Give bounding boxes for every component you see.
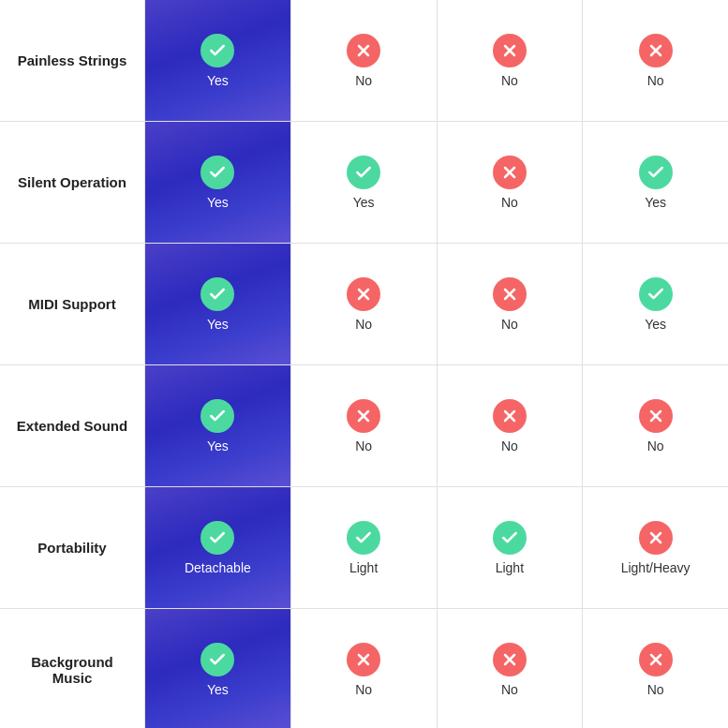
cell-label: No <box>501 317 518 332</box>
value-cell: No <box>438 609 584 728</box>
value-cell: Light/Heavy <box>583 487 728 608</box>
check-icon: Yes <box>639 156 673 210</box>
value-cell: No <box>291 244 438 364</box>
cell-label: No <box>501 73 518 88</box>
cross-icon: No <box>347 643 380 697</box>
feature-label: Silent Operation <box>0 122 145 243</box>
value-cell: Light <box>291 487 438 608</box>
cell-label: No <box>647 682 664 697</box>
value-cell: Light <box>438 487 584 608</box>
check-icon: Yes <box>201 34 234 88</box>
cell-label: No <box>355 73 372 88</box>
cross-icon: No <box>639 34 673 88</box>
value-cell: No <box>291 365 438 486</box>
check-icon: Light <box>493 521 527 575</box>
value-cell: Yes <box>145 0 291 121</box>
table-row: PortabilityDetachableLightLightLight/Hea… <box>0 487 728 609</box>
cross-icon: No <box>493 277 527 332</box>
feature-label: Painless Strings <box>0 0 145 121</box>
value-cell: Yes <box>145 244 291 364</box>
value-cell: Yes <box>145 609 291 728</box>
cell-label: Light/Heavy <box>621 560 691 575</box>
check-icon: Yes <box>639 277 673 332</box>
value-cell: No <box>583 365 728 486</box>
feature-label: Portability <box>0 487 145 608</box>
value-cell: No <box>438 244 584 364</box>
cross-icon: No <box>639 643 673 697</box>
value-cell: No <box>438 0 584 121</box>
cross-icon: Light/Heavy <box>621 521 691 575</box>
cell-label: Detachable <box>185 560 251 575</box>
table-row: Extended SoundYesNoNoNo <box>0 365 728 487</box>
cross-icon: No <box>347 399 380 453</box>
value-cell: Detachable <box>145 487 291 608</box>
cell-label: Light <box>496 560 524 575</box>
feature-label: Extended Sound <box>0 365 145 486</box>
table-row: Background MusicYesNoNoNo <box>0 609 728 728</box>
value-cell: No <box>291 609 438 728</box>
check-icon: Detachable <box>185 521 251 575</box>
feature-label: Background Music <box>0 609 145 728</box>
cell-label: Yes <box>207 438 229 453</box>
value-cell: Yes <box>145 365 291 486</box>
cell-label: Light <box>349 560 378 575</box>
value-cell: Yes <box>583 122 728 243</box>
cell-label: Yes <box>207 317 229 332</box>
cell-label: No <box>355 682 372 697</box>
value-cell: No <box>438 365 584 486</box>
feature-label: MIDI Support <box>0 244 145 364</box>
value-cell: Yes <box>291 122 438 243</box>
cell-label: No <box>355 317 372 332</box>
cell-label: No <box>501 438 518 453</box>
cross-icon: No <box>493 643 527 697</box>
value-cell: No <box>438 122 584 243</box>
cross-icon: No <box>347 277 380 332</box>
comparison-table: Painless StringsYesNoNoNoSilent Operatio… <box>0 0 728 728</box>
check-icon: Yes <box>201 643 234 697</box>
value-cell: No <box>583 0 728 121</box>
cross-icon: No <box>347 34 380 88</box>
cross-icon: No <box>493 34 527 88</box>
check-icon: Yes <box>347 156 380 210</box>
cell-label: Yes <box>645 317 666 332</box>
value-cell: Yes <box>583 244 728 364</box>
value-cell: No <box>583 609 728 728</box>
table-row: MIDI SupportYesNoNoYes <box>0 244 728 365</box>
table-row: Silent OperationYesYesNoYes <box>0 122 728 244</box>
cell-label: No <box>647 438 664 453</box>
cross-icon: No <box>493 399 527 453</box>
cell-label: Yes <box>353 195 375 210</box>
cell-label: No <box>501 682 518 697</box>
cross-icon: No <box>493 156 527 210</box>
cell-label: No <box>355 438 372 453</box>
check-icon: Yes <box>201 399 234 453</box>
table-row: Painless StringsYesNoNoNo <box>0 0 728 122</box>
cell-label: Yes <box>207 682 229 697</box>
cell-label: Yes <box>207 195 229 210</box>
cell-label: Yes <box>207 73 229 88</box>
value-cell: Yes <box>145 122 291 243</box>
cell-label: Yes <box>645 195 666 210</box>
check-icon: Yes <box>201 156 234 210</box>
value-cell: No <box>291 0 438 121</box>
cross-icon: No <box>639 399 673 453</box>
cell-label: No <box>647 73 664 88</box>
cell-label: No <box>501 195 518 210</box>
check-icon: Light <box>347 521 380 575</box>
check-icon: Yes <box>201 277 234 332</box>
